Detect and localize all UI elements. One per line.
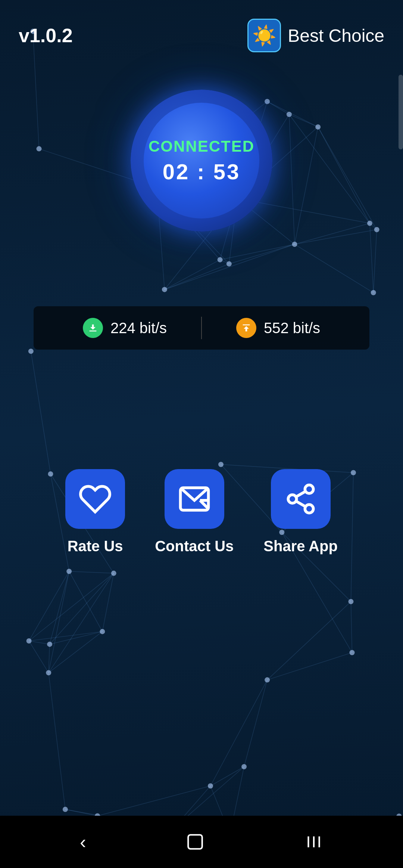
version-label: v1.0.2 xyxy=(19,24,73,47)
rate-us-icon-box xyxy=(65,469,125,529)
svg-rect-1 xyxy=(243,325,250,325)
contact-us-icon-box xyxy=(165,469,224,529)
server-icon: ☀️ xyxy=(247,19,281,52)
rate-us-label: Rate Us xyxy=(68,538,123,555)
header: v1.0.2 ☀️ Best Choice xyxy=(0,0,403,60)
svg-line-8 xyxy=(296,501,306,507)
svg-line-9 xyxy=(296,491,306,497)
bottom-nav: ‹ xyxy=(0,816,403,868)
svg-point-5 xyxy=(305,485,313,494)
connect-button[interactable]: CONNECTED 02 : 53 xyxy=(131,90,272,232)
scrollbar[interactable] xyxy=(399,75,403,149)
back-button[interactable]: ‹ xyxy=(69,827,97,856)
speed-bar: 224 bit/s 552 bit/s xyxy=(34,306,369,350)
connect-inner: CONNECTED 02 : 53 xyxy=(144,103,259,218)
mail-icon xyxy=(178,482,211,516)
share-app-label: Share App xyxy=(263,538,338,555)
download-speed: 224 bit/s xyxy=(49,318,201,338)
action-area: Rate Us Contact Us xyxy=(43,469,360,555)
contact-us-label: Contact Us xyxy=(155,538,234,555)
contact-us-button[interactable]: Contact Us xyxy=(155,469,234,555)
svg-rect-0 xyxy=(90,331,97,331)
download-icon xyxy=(83,318,103,338)
main-area: CONNECTED 02 : 53 224 bit/s xyxy=(0,60,403,816)
upload-speed-value: 552 bit/s xyxy=(264,320,320,337)
share-app-button[interactable]: Share App xyxy=(263,469,338,555)
server-badge[interactable]: ☀️ Best Choice xyxy=(247,19,384,52)
share-app-icon-box xyxy=(271,469,331,529)
server-label: Best Choice xyxy=(288,25,384,46)
upload-speed: 552 bit/s xyxy=(202,318,354,338)
share-icon xyxy=(284,482,318,516)
rate-us-button[interactable]: Rate Us xyxy=(65,469,125,555)
svg-rect-10 xyxy=(188,835,203,849)
recent-button[interactable] xyxy=(293,829,334,855)
svg-rect-11 xyxy=(307,836,309,847)
home-button[interactable] xyxy=(175,829,216,855)
svg-rect-13 xyxy=(319,836,320,847)
upload-icon xyxy=(236,318,256,338)
svg-rect-12 xyxy=(313,836,315,847)
connection-status: CONNECTED xyxy=(149,137,254,155)
svg-point-7 xyxy=(305,505,313,513)
svg-point-6 xyxy=(288,495,297,503)
heart-icon xyxy=(78,482,112,516)
download-speed-value: 224 bit/s xyxy=(110,320,167,337)
connection-timer: 02 : 53 xyxy=(163,159,241,184)
